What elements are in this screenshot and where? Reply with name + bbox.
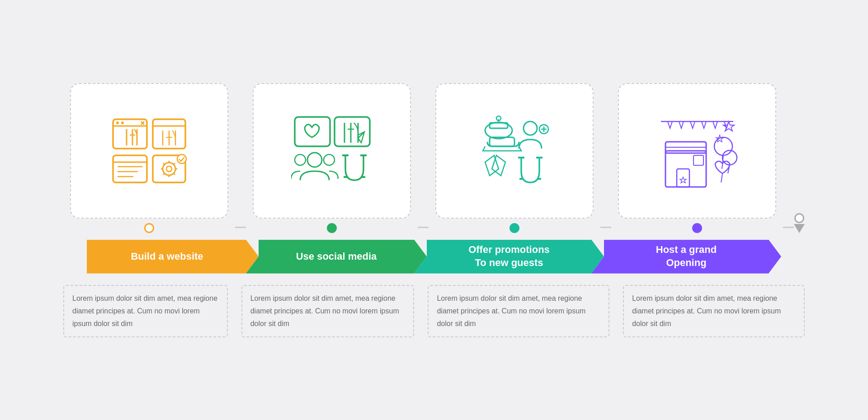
social-icon [291,110,373,191]
dot-opening [692,223,702,233]
svg-point-2 [116,121,119,124]
end-connector [794,213,805,233]
svg-rect-11 [113,155,147,182]
dot-end [794,213,804,223]
website-icon [108,110,190,191]
promotions-icon [474,110,555,191]
svg-marker-75 [680,177,686,183]
arrow-website-label: Build a website [131,251,203,262]
svg-rect-35 [295,117,330,146]
svg-point-45 [324,154,335,165]
desc-promotions-text: Lorem ipsum dolor sit dim amet, mea regi… [437,294,585,327]
arrow-social: Use social media [246,240,427,274]
item-promotions [429,83,600,233]
opening-icon [656,110,738,191]
svg-marker-65 [679,121,684,128]
svg-marker-66 [690,121,695,128]
svg-marker-68 [713,121,717,128]
arrow-promotions-label: Offer promotions To new guests [468,243,550,269]
description-row: Lorem ipsum dolor sit dim amet, mea regi… [27,285,841,337]
line-1-2 [235,227,246,228]
arrow-opening: Host a grand Opening [591,240,781,274]
line-2-3 [418,227,429,228]
arrow-promotions: Offer promotions To new guests [414,240,604,274]
arrow-social-label: Use social media [296,251,377,262]
card-opening [618,83,776,219]
svg-point-3 [121,121,124,124]
svg-rect-74 [693,155,703,165]
svg-point-27 [177,154,186,163]
desc-website: Lorem ipsum dolor sit dim amet, mea regi… [63,285,228,337]
line-3-4 [600,227,611,228]
card-social [253,83,411,219]
dot-website [144,223,154,233]
arrow-website: Build a website [87,240,259,274]
desc-social: Lorem ipsum dolor sit dim amet, mea regi… [241,285,415,337]
svg-line-24 [174,173,175,175]
svg-marker-67 [702,121,706,128]
arrow-row: Build a website Use social media Offer p… [27,240,841,274]
svg-point-76 [714,137,732,155]
arrow-opening-label: Host a grand Opening [656,243,717,269]
down-arrow-icon [794,224,805,233]
svg-line-26 [163,173,165,175]
svg-point-44 [295,154,306,165]
item-opening [611,83,783,233]
dot-promotions [509,223,519,233]
svg-point-55 [524,121,537,135]
svg-line-23 [163,163,165,165]
infographic: Build a website Use social media Offer p… [27,83,841,337]
svg-marker-64 [668,121,672,128]
svg-point-18 [166,166,172,172]
svg-line-25 [174,163,175,165]
desc-opening-text: Lorem ipsum dolor sit dim amet, mea regi… [632,294,781,327]
dot-social [327,223,337,233]
desc-opening: Lorem ipsum dolor sit dim amet, mea regi… [623,285,805,337]
line-end [783,227,794,228]
card-website [70,83,228,219]
card-promotions [435,83,594,219]
item-social [246,83,418,233]
desc-social-text: Lorem ipsum dolor sit dim amet, mea regi… [250,294,399,327]
item-website [63,83,235,233]
svg-line-80 [721,173,722,182]
desc-website-text: Lorem ipsum dolor sit dim amet, mea regi… [72,294,217,327]
svg-point-43 [307,153,322,167]
desc-promotions: Lorem ipsum dolor sit dim amet, mea regi… [428,285,609,337]
